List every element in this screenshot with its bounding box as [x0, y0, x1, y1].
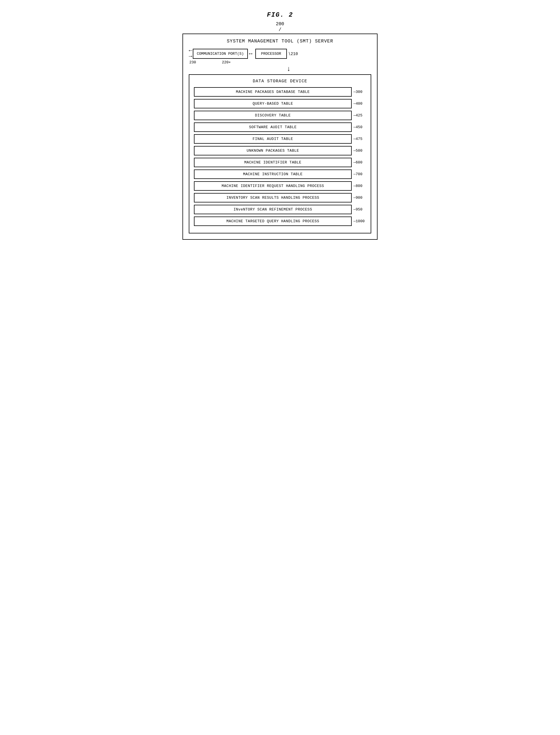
outer-box: SYSTEM MANAGEMENT TOOL (SMT) SERVER ← → … — [182, 34, 378, 240]
ref-1000: —1000 — [353, 219, 366, 223]
table-row: MACHINE IDENTIFIER REQUEST HANDLING PROC… — [194, 181, 366, 191]
tables-container: MACHINE PACKAGES DATABASE TABLE—300QUERY… — [194, 87, 366, 226]
ref-600: —600 — [353, 160, 366, 165]
page: FIG. 2 200 / SYSTEM MANAGEMENT TOOL (SMT… — [180, 6, 380, 246]
data-storage-title: DATA STORAGE DEVICE — [194, 79, 366, 84]
processor-box: PROCESSOR — [255, 49, 287, 59]
right-arrow-icon: → — [189, 54, 192, 59]
smt-title: SYSTEM MANAGEMENT TOOL (SMT) SERVER — [189, 39, 371, 44]
ref-900: —900 — [353, 196, 366, 200]
table-row: UNKNOWN PACKAGES TABLE—500 — [194, 146, 366, 156]
ref-230: 230 — [189, 60, 196, 65]
left-arrow-icon: ← — [189, 48, 192, 54]
table-box-950: INveNTORY SCAN REFINEMENT PROCESS — [194, 205, 352, 214]
table-row: MACHINE IDENTIFIER TABLE—600 — [194, 158, 366, 167]
table-box-300: MACHINE PACKAGES DATABASE TABLE — [194, 87, 352, 97]
figure-title: FIG. 2 — [182, 11, 378, 19]
ref-500: —500 — [353, 149, 366, 153]
ref-210: ∖210 — [288, 51, 298, 56]
table-row: MACHINE INSTRUCTION TABLE—700 — [194, 170, 366, 179]
table-row: INVENTORY SCAN RESULTS HANDLING PROCESS—… — [194, 193, 366, 203]
table-box-450: SOFTWARE AUDIT TABLE — [194, 123, 352, 132]
table-row: DISCOVERY TABLE—425 — [194, 111, 366, 120]
diagram: 200 / SYSTEM MANAGEMENT TOOL (SMT) SERVE… — [182, 22, 378, 240]
table-row: INveNTORY SCAN REFINEMENT PROCESS—950 — [194, 205, 366, 214]
table-box-475: FINAL AUDIT TABLE — [194, 134, 352, 144]
inner-box: DATA STORAGE DEVICE MACHINE PACKAGES DAT… — [189, 74, 371, 234]
down-arrow-icon: ↓ — [287, 66, 291, 73]
table-box-700: MACHINE INSTRUCTION TABLE — [194, 170, 352, 179]
ref-800: —800 — [353, 184, 366, 188]
table-box-1000: MACHINE TARGETED QUERY HANDLING PROCESS — [194, 217, 352, 226]
table-box-500: UNKNOWN PACKAGES TABLE — [194, 146, 352, 156]
ref-400: —400 — [353, 102, 366, 106]
ref-475: —475 — [353, 137, 366, 141]
table-row: MACHINE PACKAGES DATABASE TABLE—300 — [194, 87, 366, 97]
horiz-arrow-icon: ↔ — [249, 50, 252, 57]
ref-450: —450 — [353, 125, 366, 129]
table-box-600: MACHINE IDENTIFIER TABLE — [194, 158, 352, 167]
table-box-400: QUERY-BASED TABLE — [194, 99, 352, 108]
ref-425: —425 — [353, 113, 366, 118]
table-row: FINAL AUDIT TABLE—475 — [194, 134, 366, 144]
table-box-900: INVENTORY SCAN RESULTS HANDLING PROCESS — [194, 193, 352, 203]
table-box-425: DISCOVERY TABLE — [194, 111, 352, 120]
table-row: SOFTWARE AUDIT TABLE—450 — [194, 123, 366, 132]
ref-200: 200 — [182, 22, 378, 27]
ref-300: —300 — [353, 90, 366, 94]
down-arrow-container: ↓ — [206, 66, 371, 73]
comm-port-box: COMMUNICATION PORT(S) — [193, 49, 248, 59]
table-row: QUERY-BASED TABLE—400 — [194, 99, 366, 108]
table-row: MACHINE TARGETED QUERY HANDLING PROCESS—… — [194, 217, 366, 226]
ref-arrow: / — [182, 27, 378, 32]
ref-950: —950 — [353, 207, 366, 212]
ref-700: —700 — [353, 172, 366, 176]
ref-220: 220∗ — [222, 60, 231, 65]
table-box-800: MACHINE IDENTIFIER REQUEST HANDLING PROC… — [194, 181, 352, 191]
